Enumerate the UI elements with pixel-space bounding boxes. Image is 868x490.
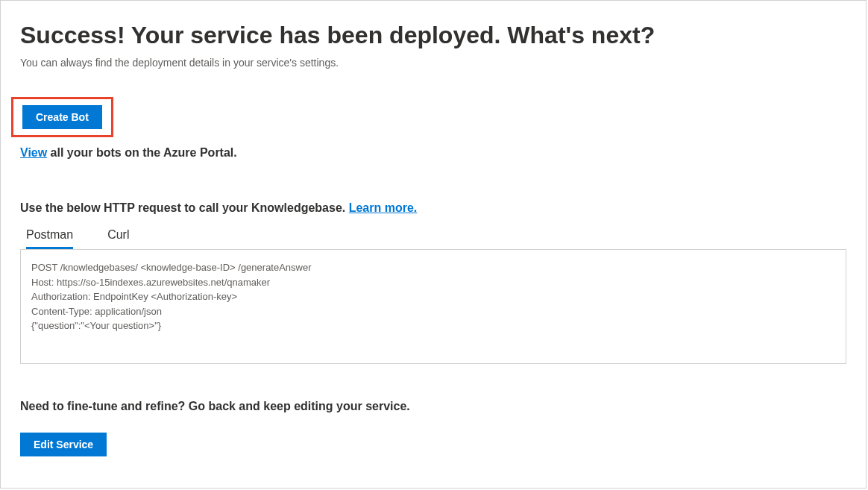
http-section-title: Use the below HTTP request to call your … [20, 201, 846, 215]
view-bots-suffix: all your bots on the Azure Portal. [47, 146, 237, 159]
tab-curl[interactable]: Curl [107, 228, 129, 249]
edit-service-button[interactable]: Edit Service [20, 433, 107, 456]
page-subtitle: You can always find the deployment detai… [20, 57, 846, 69]
code-line-3: Authorization: EndpointKey <Authorizatio… [31, 289, 835, 304]
code-line-2: Host: https://so-15indexes.azurewebsites… [31, 275, 835, 290]
view-bots-link[interactable]: View [20, 146, 47, 159]
http-title-prefix: Use the below HTTP request to call your … [20, 201, 349, 214]
tab-postman[interactable]: Postman [26, 228, 73, 249]
learn-more-link[interactable]: Learn more. [349, 201, 418, 214]
code-line-5: {"question":"<Your question>"} [31, 318, 835, 333]
view-bots-line: View all your bots on the Azure Portal. [20, 146, 846, 160]
code-line-4: Content-Type: application/json [31, 304, 835, 319]
create-bot-button[interactable]: Create Bot [22, 105, 102, 129]
fine-tune-title: Need to fine-tune and refine? Go back an… [20, 400, 846, 413]
http-request-code: POST /knowledgebases/ <knowledge-base-ID… [20, 249, 846, 364]
code-line-1: POST /knowledgebases/ <knowledge-base-ID… [31, 260, 835, 275]
create-bot-highlight: Create Bot [11, 97, 113, 137]
deployment-success-panel: Success! Your service has been deployed.… [0, 0, 867, 489]
page-title: Success! Your service has been deployed.… [20, 22, 846, 49]
code-tabs: Postman Curl [20, 228, 846, 249]
